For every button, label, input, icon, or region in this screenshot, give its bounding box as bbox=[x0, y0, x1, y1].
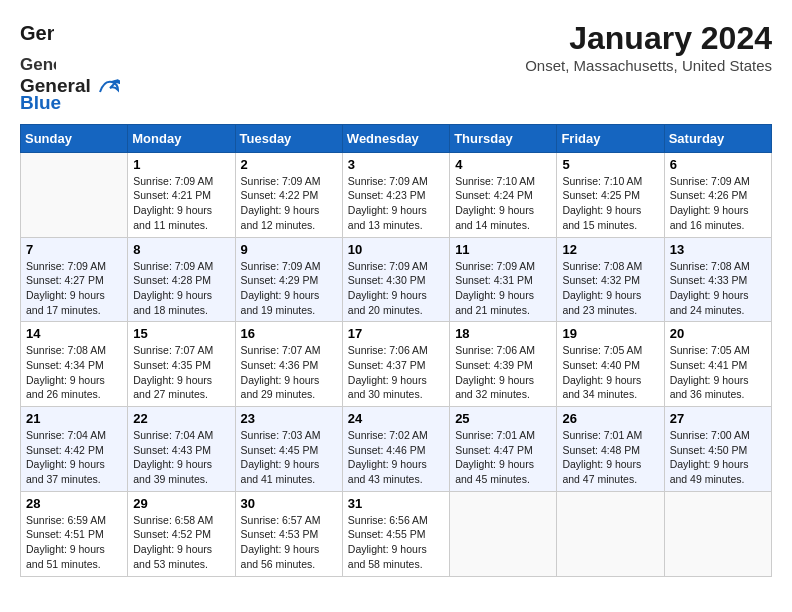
day-info: Sunrise: 7:05 AMSunset: 4:40 PMDaylight:… bbox=[562, 343, 658, 402]
day-number: 2 bbox=[241, 157, 337, 172]
calendar-header-saturday: Saturday bbox=[664, 124, 771, 152]
day-number: 13 bbox=[670, 242, 766, 257]
day-info: Sunrise: 7:03 AMSunset: 4:45 PMDaylight:… bbox=[241, 428, 337, 487]
calendar-cell bbox=[664, 491, 771, 576]
day-number: 18 bbox=[455, 326, 551, 341]
day-number: 12 bbox=[562, 242, 658, 257]
day-info: Sunrise: 6:58 AMSunset: 4:52 PMDaylight:… bbox=[133, 513, 229, 572]
calendar-cell: 2Sunrise: 7:09 AMSunset: 4:22 PMDaylight… bbox=[235, 152, 342, 237]
day-info: Sunrise: 7:01 AMSunset: 4:48 PMDaylight:… bbox=[562, 428, 658, 487]
day-number: 29 bbox=[133, 496, 229, 511]
day-info: Sunrise: 7:06 AMSunset: 4:37 PMDaylight:… bbox=[348, 343, 444, 402]
calendar-cell: 3Sunrise: 7:09 AMSunset: 4:23 PMDaylight… bbox=[342, 152, 449, 237]
day-info: Sunrise: 7:08 AMSunset: 4:32 PMDaylight:… bbox=[562, 259, 658, 318]
calendar-cell bbox=[21, 152, 128, 237]
day-number: 6 bbox=[670, 157, 766, 172]
calendar-week-1: 1Sunrise: 7:09 AMSunset: 4:21 PMDaylight… bbox=[21, 152, 772, 237]
logo-blue: Blue bbox=[20, 92, 61, 113]
calendar-cell: 26Sunrise: 7:01 AMSunset: 4:48 PMDayligh… bbox=[557, 407, 664, 492]
calendar-cell: 7Sunrise: 7:09 AMSunset: 4:27 PMDaylight… bbox=[21, 237, 128, 322]
calendar-cell: 15Sunrise: 7:07 AMSunset: 4:35 PMDayligh… bbox=[128, 322, 235, 407]
day-info: Sunrise: 7:00 AMSunset: 4:50 PMDaylight:… bbox=[670, 428, 766, 487]
day-info: Sunrise: 7:08 AMSunset: 4:33 PMDaylight:… bbox=[670, 259, 766, 318]
day-number: 26 bbox=[562, 411, 658, 426]
day-info: Sunrise: 7:09 AMSunset: 4:26 PMDaylight:… bbox=[670, 174, 766, 233]
day-info: Sunrise: 7:09 AMSunset: 4:21 PMDaylight:… bbox=[133, 174, 229, 233]
day-number: 17 bbox=[348, 326, 444, 341]
day-number: 1 bbox=[133, 157, 229, 172]
day-number: 5 bbox=[562, 157, 658, 172]
calendar-header-sunday: Sunday bbox=[21, 124, 128, 152]
calendar-cell: 17Sunrise: 7:06 AMSunset: 4:37 PMDayligh… bbox=[342, 322, 449, 407]
logo: General General General bbox=[20, 20, 120, 114]
calendar-cell bbox=[557, 491, 664, 576]
calendar-header-tuesday: Tuesday bbox=[235, 124, 342, 152]
day-info: Sunrise: 7:09 AMSunset: 4:31 PMDaylight:… bbox=[455, 259, 551, 318]
calendar-cell: 27Sunrise: 7:00 AMSunset: 4:50 PMDayligh… bbox=[664, 407, 771, 492]
calendar-cell: 18Sunrise: 7:06 AMSunset: 4:39 PMDayligh… bbox=[450, 322, 557, 407]
day-info: Sunrise: 7:02 AMSunset: 4:46 PMDaylight:… bbox=[348, 428, 444, 487]
svg-text:General: General bbox=[20, 22, 54, 44]
day-number: 4 bbox=[455, 157, 551, 172]
day-number: 3 bbox=[348, 157, 444, 172]
day-number: 25 bbox=[455, 411, 551, 426]
calendar-table: SundayMondayTuesdayWednesdayThursdayFrid… bbox=[20, 124, 772, 577]
page-subtitle: Onset, Massachusetts, United States bbox=[525, 57, 772, 74]
logo-bird-svg bbox=[98, 78, 120, 96]
calendar-week-5: 28Sunrise: 6:59 AMSunset: 4:51 PMDayligh… bbox=[21, 491, 772, 576]
calendar-header-thursday: Thursday bbox=[450, 124, 557, 152]
day-info: Sunrise: 7:04 AMSunset: 4:42 PMDaylight:… bbox=[26, 428, 122, 487]
day-info: Sunrise: 6:59 AMSunset: 4:51 PMDaylight:… bbox=[26, 513, 122, 572]
day-info: Sunrise: 6:57 AMSunset: 4:53 PMDaylight:… bbox=[241, 513, 337, 572]
calendar-week-3: 14Sunrise: 7:08 AMSunset: 4:34 PMDayligh… bbox=[21, 322, 772, 407]
day-number: 19 bbox=[562, 326, 658, 341]
calendar-cell: 22Sunrise: 7:04 AMSunset: 4:43 PMDayligh… bbox=[128, 407, 235, 492]
day-number: 9 bbox=[241, 242, 337, 257]
calendar-cell: 28Sunrise: 6:59 AMSunset: 4:51 PMDayligh… bbox=[21, 491, 128, 576]
calendar-cell: 29Sunrise: 6:58 AMSunset: 4:52 PMDayligh… bbox=[128, 491, 235, 576]
day-info: Sunrise: 7:06 AMSunset: 4:39 PMDaylight:… bbox=[455, 343, 551, 402]
calendar-cell bbox=[450, 491, 557, 576]
day-number: 7 bbox=[26, 242, 122, 257]
day-number: 21 bbox=[26, 411, 122, 426]
calendar-cell: 8Sunrise: 7:09 AMSunset: 4:28 PMDaylight… bbox=[128, 237, 235, 322]
day-number: 27 bbox=[670, 411, 766, 426]
day-number: 28 bbox=[26, 496, 122, 511]
calendar-cell: 9Sunrise: 7:09 AMSunset: 4:29 PMDaylight… bbox=[235, 237, 342, 322]
day-info: Sunrise: 7:08 AMSunset: 4:34 PMDaylight:… bbox=[26, 343, 122, 402]
calendar-cell: 13Sunrise: 7:08 AMSunset: 4:33 PMDayligh… bbox=[664, 237, 771, 322]
calendar-cell: 25Sunrise: 7:01 AMSunset: 4:47 PMDayligh… bbox=[450, 407, 557, 492]
calendar-cell: 24Sunrise: 7:02 AMSunset: 4:46 PMDayligh… bbox=[342, 407, 449, 492]
calendar-cell: 19Sunrise: 7:05 AMSunset: 4:40 PMDayligh… bbox=[557, 322, 664, 407]
day-info: Sunrise: 7:07 AMSunset: 4:35 PMDaylight:… bbox=[133, 343, 229, 402]
calendar-week-2: 7Sunrise: 7:09 AMSunset: 4:27 PMDaylight… bbox=[21, 237, 772, 322]
svg-text:General: General bbox=[20, 55, 56, 74]
calendar-cell: 10Sunrise: 7:09 AMSunset: 4:30 PMDayligh… bbox=[342, 237, 449, 322]
day-info: Sunrise: 6:56 AMSunset: 4:55 PMDaylight:… bbox=[348, 513, 444, 572]
calendar-cell: 5Sunrise: 7:10 AMSunset: 4:25 PMDaylight… bbox=[557, 152, 664, 237]
calendar-header-row: SundayMondayTuesdayWednesdayThursdayFrid… bbox=[21, 124, 772, 152]
title-section: January 2024 Onset, Massachusetts, Unite… bbox=[525, 20, 772, 74]
calendar-cell: 1Sunrise: 7:09 AMSunset: 4:21 PMDaylight… bbox=[128, 152, 235, 237]
calendar-cell: 12Sunrise: 7:08 AMSunset: 4:32 PMDayligh… bbox=[557, 237, 664, 322]
day-info: Sunrise: 7:10 AMSunset: 4:24 PMDaylight:… bbox=[455, 174, 551, 233]
day-number: 31 bbox=[348, 496, 444, 511]
day-number: 22 bbox=[133, 411, 229, 426]
day-number: 11 bbox=[455, 242, 551, 257]
calendar-cell: 20Sunrise: 7:05 AMSunset: 4:41 PMDayligh… bbox=[664, 322, 771, 407]
page-title: January 2024 bbox=[525, 20, 772, 57]
calendar-cell: 16Sunrise: 7:07 AMSunset: 4:36 PMDayligh… bbox=[235, 322, 342, 407]
day-info: Sunrise: 7:09 AMSunset: 4:29 PMDaylight:… bbox=[241, 259, 337, 318]
calendar-cell: 30Sunrise: 6:57 AMSunset: 4:53 PMDayligh… bbox=[235, 491, 342, 576]
calendar-header-wednesday: Wednesday bbox=[342, 124, 449, 152]
day-info: Sunrise: 7:09 AMSunset: 4:30 PMDaylight:… bbox=[348, 259, 444, 318]
page-header: General General General bbox=[20, 20, 772, 114]
day-info: Sunrise: 7:09 AMSunset: 4:22 PMDaylight:… bbox=[241, 174, 337, 233]
day-info: Sunrise: 7:01 AMSunset: 4:47 PMDaylight:… bbox=[455, 428, 551, 487]
calendar-week-4: 21Sunrise: 7:04 AMSunset: 4:42 PMDayligh… bbox=[21, 407, 772, 492]
day-info: Sunrise: 7:05 AMSunset: 4:41 PMDaylight:… bbox=[670, 343, 766, 402]
day-number: 20 bbox=[670, 326, 766, 341]
calendar-cell: 31Sunrise: 6:56 AMSunset: 4:55 PMDayligh… bbox=[342, 491, 449, 576]
logo-icon: General bbox=[20, 20, 54, 52]
day-number: 30 bbox=[241, 496, 337, 511]
